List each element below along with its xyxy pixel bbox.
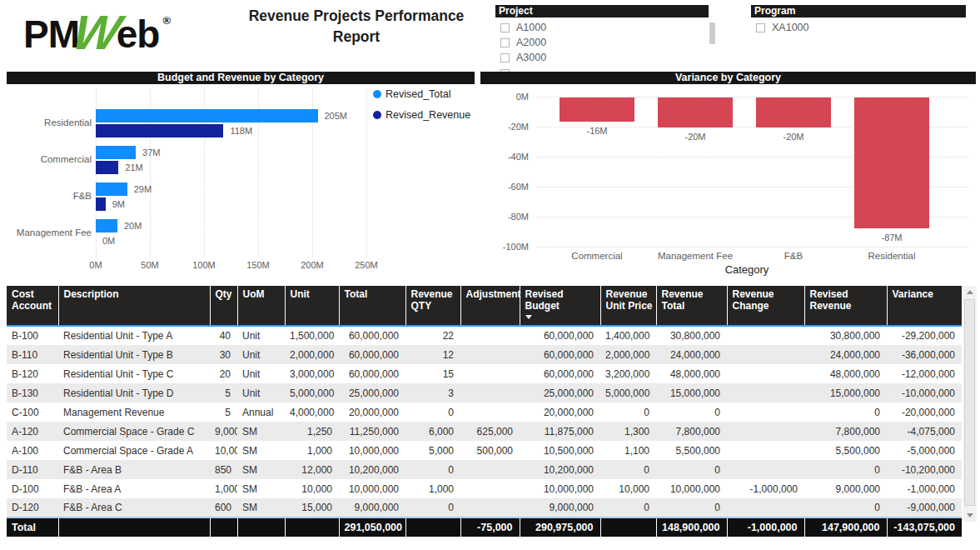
- table-scrollbar-thumb[interactable]: [964, 299, 975, 506]
- cell-description: Residential Unit - Type B: [58, 345, 210, 364]
- table-row-b-100[interactable]: B-100Residential Unit - Type A40Unit1,50…: [7, 326, 962, 345]
- bar-value-label: 0M: [102, 236, 115, 246]
- cell-revenue-change: [727, 460, 804, 479]
- scroll-up-icon[interactable]: [967, 290, 973, 294]
- col-header-unit[interactable]: Unit: [285, 286, 339, 326]
- cell-qty: 30: [210, 345, 237, 364]
- variance-chart-title: Variance by Category: [480, 72, 976, 84]
- col-header-total[interactable]: Total: [339, 286, 405, 326]
- cell-description: Management Revenue: [58, 402, 210, 422]
- cell-adjustment: [460, 383, 520, 402]
- project-slicer-scrollbar-thumb[interactable]: [709, 22, 715, 44]
- cell-description: F&B - Area A: [58, 479, 210, 498]
- x-axis-tick: 50M: [133, 260, 167, 270]
- revised-revenue-bar-residential[interactable]: [96, 124, 223, 138]
- program-option-xa1000[interactable]: XA1000: [751, 20, 968, 35]
- cell-description: Commercial Space - Grade C: [58, 422, 210, 441]
- scroll-down-icon[interactable]: [967, 513, 973, 518]
- col-header-variance[interactable]: Variance: [887, 286, 962, 326]
- total-revenue-change: -1,000,000: [727, 518, 804, 537]
- revised-total-bar-commercial[interactable]: [96, 146, 136, 159]
- revised-total-bar-management-fee[interactable]: [96, 219, 117, 232]
- cell-revised-budget: 20,000,000: [520, 402, 600, 422]
- cell-revised-budget: 25,000,000: [520, 383, 600, 402]
- col-header-revenue-total[interactable]: Revenue Total: [656, 286, 727, 326]
- x-category-label: Residential: [846, 251, 938, 261]
- cell-revenue-unit-price: 10,000: [600, 479, 656, 498]
- project-option-a1000[interactable]: A1000: [495, 20, 720, 35]
- checkbox-icon[interactable]: [756, 23, 765, 32]
- col-header-revised-revenue[interactable]: Revised Revenue: [804, 286, 887, 326]
- col-header-description[interactable]: Description: [58, 286, 210, 326]
- cell-unit: 1,250: [285, 422, 339, 441]
- registered-mark: ®: [162, 14, 171, 27]
- project-option-a2000[interactable]: A2000: [495, 35, 720, 50]
- checkbox-icon[interactable]: [500, 23, 510, 32]
- cell-variance: -4,075,000: [887, 422, 962, 441]
- revised-revenue-bar-f-b[interactable]: [96, 198, 106, 211]
- checkbox-icon[interactable]: [500, 38, 510, 48]
- cell-revenue-change: -1,000,000: [727, 479, 804, 498]
- col-header-cost-account[interactable]: Cost Account: [7, 286, 58, 326]
- y-axis-tick: 0M: [480, 92, 529, 102]
- cell-cost-account: C-100: [7, 402, 58, 422]
- table-row-c-100[interactable]: C-100Management Revenue5Annual4,000,0002…: [7, 402, 962, 422]
- cell-revised-revenue: 7,800,000: [804, 422, 887, 441]
- cell-revenue-total: 10,000,000: [656, 479, 727, 498]
- program-slicer: Program XA1000: [751, 5, 968, 35]
- legend-item-revised-total[interactable]: Revised_Total: [373, 88, 451, 100]
- table-row-d-120[interactable]: D-120F&B - Area C600SM15,0009,000,00009,…: [7, 498, 962, 518]
- table-row-d-100[interactable]: D-100F&B - Area A1,000SM10,00010,000,000…: [7, 479, 962, 498]
- col-header-uom[interactable]: UoM: [237, 286, 285, 326]
- revised-revenue-bar-commercial[interactable]: [96, 161, 118, 174]
- bar-value-label: -87M: [854, 232, 929, 242]
- table-row-a-120[interactable]: A-120Commercial Space - Grade C9,000SM1,…: [7, 422, 962, 441]
- table-body: B-100Residential Unit - Type A40Unit1,50…: [7, 326, 962, 518]
- variance-bar-f-b[interactable]: [756, 98, 831, 128]
- project-option-a3000[interactable]: A3000: [495, 50, 720, 65]
- variance-bar-commercial[interactable]: [560, 98, 634, 122]
- legend-item-revised-revenue[interactable]: Revised_Revenue: [373, 109, 470, 121]
- bar-value-label: -16M: [560, 126, 634, 136]
- cell-revenue-qty: 12: [405, 345, 460, 364]
- col-header-revenue-change[interactable]: Revenue Change: [727, 286, 804, 326]
- x-axis-tick: 200M: [296, 260, 329, 270]
- project-slicer-header: Project: [495, 5, 709, 18]
- col-header-adjustment[interactable]: Adjustment: [460, 286, 520, 326]
- col-header-revised-budget[interactable]: Revised Budget: [520, 286, 600, 326]
- total-unit: [285, 518, 339, 537]
- y-category-label: Commercial: [8, 154, 92, 164]
- cell-variance: -10,200,000: [887, 460, 962, 479]
- cell-variance: -20,000,000: [887, 402, 962, 422]
- cell-revenue-unit-price: 3,200,000: [600, 364, 656, 383]
- checkbox-icon[interactable]: [500, 53, 510, 62]
- cell-qty: 1,000: [210, 479, 237, 498]
- col-header-qty[interactable]: Qty: [210, 286, 237, 326]
- variance-bar-management-fee[interactable]: [658, 98, 733, 128]
- cell-variance: -12,000,000: [887, 364, 962, 383]
- variance-bar-residential[interactable]: [854, 98, 929, 228]
- bar-value-label: 37M: [142, 148, 160, 158]
- total-cost-account: Total: [7, 518, 58, 537]
- revised-total-bar-residential[interactable]: [96, 109, 318, 122]
- table-row-b-110[interactable]: B-110Residential Unit - Type B30Unit2,00…: [7, 345, 962, 364]
- cell-revenue-change: [727, 345, 804, 364]
- col-header-revenue-qty[interactable]: Revenue QTY: [405, 286, 460, 326]
- revised-total-bar-f-b[interactable]: [96, 182, 127, 196]
- legend-dot-icon: [373, 111, 381, 119]
- table-row-b-130[interactable]: B-130Residential Unit - Type D5Unit5,000…: [7, 383, 962, 402]
- cell-revenue-unit-price: 0: [600, 460, 656, 479]
- cell-revenue-total: 48,000,000: [656, 364, 727, 383]
- cell-cost-account: B-130: [7, 383, 58, 402]
- y-axis-tick: -40M: [480, 152, 529, 162]
- col-header-revenue-unit-price[interactable]: Revenue Unit Price: [600, 286, 656, 326]
- total-revenue-qty: [405, 518, 460, 537]
- table-row-d-110[interactable]: D-110F&B - Area B850SM12,00010,200,00001…: [7, 460, 962, 479]
- table-row-b-120[interactable]: B-120Residential Unit - Type C20Unit3,00…: [7, 364, 962, 383]
- cell-adjustment: [460, 326, 520, 345]
- cell-unit: 4,000,000: [285, 402, 339, 422]
- cell-adjustment: [460, 460, 520, 479]
- table-scrollbar[interactable]: [963, 286, 977, 522]
- cell-uom: SM: [237, 441, 285, 460]
- table-row-a-100[interactable]: A-100Commercial Space - Grade A10,000SM1…: [7, 441, 962, 460]
